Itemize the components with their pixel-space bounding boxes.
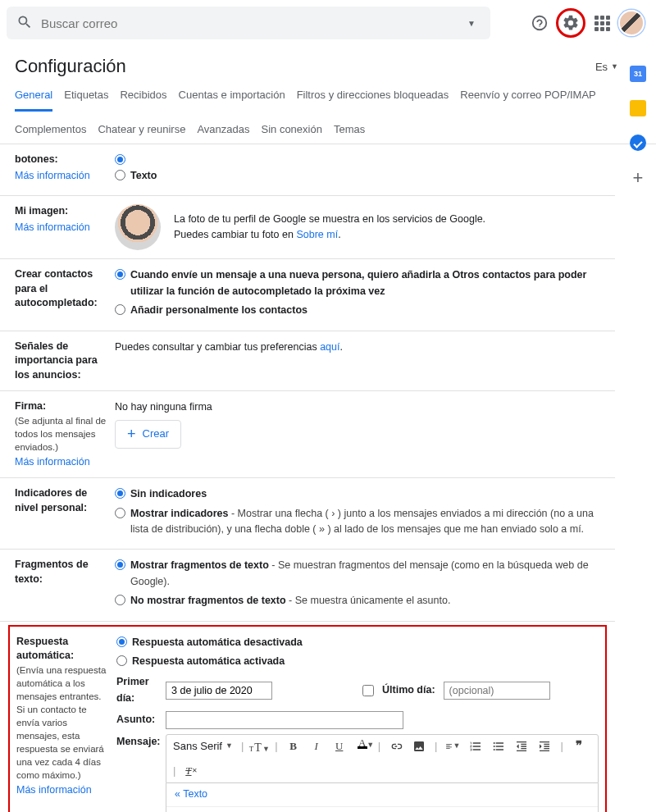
apps-icon[interactable]	[592, 13, 612, 33]
snippets-label: Fragmentos de texto:	[15, 558, 115, 612]
header: ▼	[0, 0, 656, 46]
settings-highlight-circle	[556, 8, 585, 38]
radio-show-indicators[interactable]	[115, 508, 125, 518]
editor-toolbar: Sans Serif▼ | TT▼ | B I U A▼ | |	[166, 734, 599, 783]
help-icon[interactable]	[530, 13, 549, 33]
buttons-more-info-link[interactable]: Más información	[15, 169, 107, 184]
tab-themes[interactable]: Temas	[334, 123, 365, 144]
indicators-label: Indicadores de nivel personal:	[15, 486, 115, 541]
section-personal-indicators: Indicadores de nivel personal: Sin indic…	[0, 478, 615, 550]
page-title-row: Configuración Es▼	[0, 46, 656, 80]
vacation-responder-highlight: Respuesta automática: (Envía una respues…	[8, 625, 607, 812]
settings-tabs: General Etiquetas Recibidos Cuentas e im…	[0, 80, 656, 144]
signature-more-info-link[interactable]: Más información	[15, 455, 107, 470]
section-my-image: Mi imagen: Más información La foto de tu…	[0, 196, 615, 259]
search-input[interactable]	[41, 16, 454, 30]
keep-icon[interactable]	[630, 100, 646, 116]
vacation-more-info-link[interactable]: Más información	[16, 783, 108, 798]
remove-format-icon[interactable]: T✕	[184, 764, 198, 778]
autocomplete-label: Crear contactos para el autocompletado:	[15, 267, 115, 322]
tab-chat[interactable]: Chatear y reunirse	[98, 123, 185, 144]
numbered-list-icon[interactable]	[468, 739, 483, 754]
editor-body: « Texto	[166, 783, 599, 812]
text-color-icon[interactable]: A▼	[355, 739, 370, 754]
indent-less-icon[interactable]	[514, 739, 529, 754]
subject-input[interactable]	[166, 711, 403, 729]
signature-label: Firma:	[15, 400, 46, 412]
first-day-input[interactable]	[166, 682, 272, 700]
search-bar[interactable]: ▼	[7, 7, 490, 39]
tab-accounts[interactable]: Cuentas e importación	[179, 89, 285, 112]
tab-general[interactable]: General	[15, 89, 52, 112]
radio-vacation-off[interactable]	[116, 636, 127, 647]
settings-content: 31 + botones: Más información Texto Mi i…	[0, 144, 656, 812]
page-title: Configuración	[15, 56, 595, 77]
radio-icons[interactable]	[115, 154, 125, 165]
last-day-checkbox[interactable]	[362, 685, 374, 696]
tab-inbox[interactable]: Recibidos	[120, 89, 166, 112]
plus-icon: +	[127, 427, 136, 441]
right-side-panel: 31 +	[620, 62, 656, 187]
last-day-input[interactable]	[444, 682, 550, 700]
plain-text-link[interactable]: « Texto	[175, 788, 207, 800]
section-vacation: Respuesta automática: (Envía una respues…	[16, 632, 599, 812]
tab-offline[interactable]: Sin conexión	[261, 123, 321, 144]
tasks-icon[interactable]	[630, 135, 646, 151]
message-editor[interactable]	[166, 806, 598, 812]
tab-filters[interactable]: Filtros y direcciones bloqueadas	[297, 89, 449, 112]
underline-icon[interactable]: U	[332, 739, 347, 754]
search-options-dropdown-icon[interactable]: ▼	[462, 19, 481, 28]
last-day-label: Último día:	[382, 682, 435, 698]
importance-label: Señales de importancia para los anuncios…	[15, 340, 115, 383]
header-icons	[530, 8, 648, 38]
radio-text[interactable]	[115, 170, 125, 180]
myimage-label: Mi imagen:	[15, 205, 68, 217]
radio-show-snippets[interactable]	[115, 559, 125, 570]
section-signature: Firma: (Se adjunta al final de todos los…	[0, 391, 615, 478]
myimage-desc1: La foto de tu perfil de Google se muestr…	[174, 212, 485, 227]
signature-sub: (Se adjunta al final de todos los mensaj…	[15, 414, 107, 454]
tab-labels[interactable]: Etiquetas	[64, 89, 108, 112]
about-me-link[interactable]: Sobre mí	[296, 229, 338, 240]
radio-autoadd[interactable]	[115, 269, 125, 280]
quote-icon[interactable]: ❞	[572, 739, 586, 754]
section-snippets: Fragmentos de texto: Mostrar fragmentos …	[0, 550, 615, 621]
bulleted-list-icon[interactable]	[491, 739, 506, 754]
radio-manual-add[interactable]	[115, 304, 125, 315]
bold-icon[interactable]: B	[286, 739, 301, 754]
radio-hide-snippets[interactable]	[115, 595, 125, 605]
indent-more-icon[interactable]	[537, 739, 552, 754]
create-signature-button[interactable]: +Crear	[115, 420, 181, 448]
vacation-label: Respuesta automática:	[16, 636, 74, 662]
myimage-more-info-link[interactable]: Más información	[15, 221, 107, 235]
add-addon-icon[interactable]: +	[633, 169, 644, 187]
align-icon[interactable]: ▼	[445, 739, 460, 754]
no-signature-text: No hay ninguna firma	[115, 399, 600, 415]
image-icon[interactable]	[412, 739, 426, 754]
buttons-label: botones:	[15, 153, 58, 165]
tab-advanced[interactable]: Avanzadas	[197, 123, 249, 144]
radio-no-indicators[interactable]	[115, 488, 125, 499]
font-size-icon[interactable]: TT▼	[252, 739, 266, 754]
search-icon	[16, 14, 33, 33]
section-button-labels: botones: Más información Texto	[0, 144, 615, 196]
importance-here-link[interactable]: aquí	[320, 341, 339, 353]
tab-forwarding[interactable]: Reenvío y correo POP/IMAP	[460, 89, 595, 112]
vacation-sub: (Envía una respuesta automática a los me…	[16, 664, 108, 782]
profile-picture	[115, 204, 161, 250]
tab-addons[interactable]: Complementos	[15, 123, 86, 144]
italic-icon[interactable]: I	[309, 739, 324, 754]
subject-label: Asunto:	[116, 712, 157, 728]
radio-vacation-on[interactable]	[116, 655, 127, 666]
account-avatar[interactable]	[618, 10, 645, 36]
calendar-icon[interactable]: 31	[630, 66, 646, 82]
section-autocomplete: Crear contactos para el autocompletado: …	[0, 259, 615, 331]
font-selector[interactable]: Sans Serif▼	[173, 738, 233, 755]
gear-icon[interactable]	[561, 13, 581, 33]
section-importance-signals: Señales de importancia para los anuncios…	[0, 331, 615, 392]
link-icon[interactable]	[389, 739, 403, 754]
first-day-label: Primer día:	[116, 674, 157, 706]
message-label: Mensaje:	[116, 734, 157, 750]
